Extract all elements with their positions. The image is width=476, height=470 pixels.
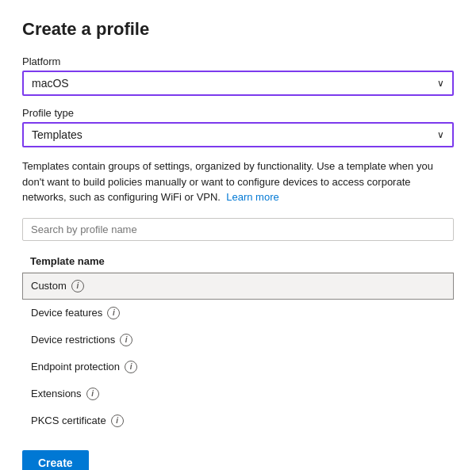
profile-type-field: Profile type Templates ∨: [22, 107, 454, 147]
info-icon-device-features[interactable]: i: [107, 307, 120, 319]
template-item-custom[interactable]: Custom i: [22, 273, 454, 300]
platform-field: Platform macOS ∨: [22, 55, 454, 96]
description-text: Templates contain groups of settings, or…: [22, 159, 454, 205]
template-item-extensions[interactable]: Extensions i: [22, 380, 454, 407]
profile-type-label: Profile type: [22, 107, 454, 119]
template-list: Custom i Device features i Device restri…: [22, 273, 454, 434]
platform-label: Platform: [22, 55, 454, 67]
template-name-endpoint-protection: Endpoint protection: [31, 361, 120, 373]
search-input[interactable]: [22, 218, 454, 241]
template-name-device-features: Device features: [31, 307, 102, 319]
column-header: Template name: [22, 250, 454, 273]
info-icon-endpoint-protection[interactable]: i: [125, 361, 137, 373]
template-item-device-restrictions[interactable]: Device restrictions i: [22, 327, 454, 353]
template-item-device-features[interactable]: Device features i: [22, 300, 454, 327]
info-icon-device-restrictions[interactable]: i: [120, 334, 132, 346]
template-name-pkcs-certificate: PKCS certificate: [31, 415, 106, 426]
platform-value: macOS: [32, 77, 69, 90]
profile-type-value: Templates: [32, 128, 83, 141]
info-icon-pkcs-certificate[interactable]: i: [111, 415, 124, 427]
learn-more-link[interactable]: Learn more: [226, 191, 278, 203]
create-button[interactable]: Create: [22, 450, 89, 471]
platform-chevron-icon: ∨: [437, 78, 444, 89]
template-item-pkcs-certificate[interactable]: PKCS certificate i: [22, 407, 454, 434]
template-name-extensions: Extensions: [31, 388, 82, 399]
info-icon-custom[interactable]: i: [71, 280, 84, 292]
page-title: Create a profile: [22, 19, 454, 40]
template-item-endpoint-protection[interactable]: Endpoint protection i: [22, 353, 454, 380]
info-icon-extensions[interactable]: i: [86, 388, 99, 400]
platform-select[interactable]: macOS ∨: [22, 71, 454, 96]
template-name-custom: Custom: [31, 280, 67, 292]
profile-type-select[interactable]: Templates ∨: [22, 122, 454, 147]
profile-type-chevron-icon: ∨: [437, 129, 444, 140]
template-name-device-restrictions: Device restrictions: [31, 334, 115, 346]
